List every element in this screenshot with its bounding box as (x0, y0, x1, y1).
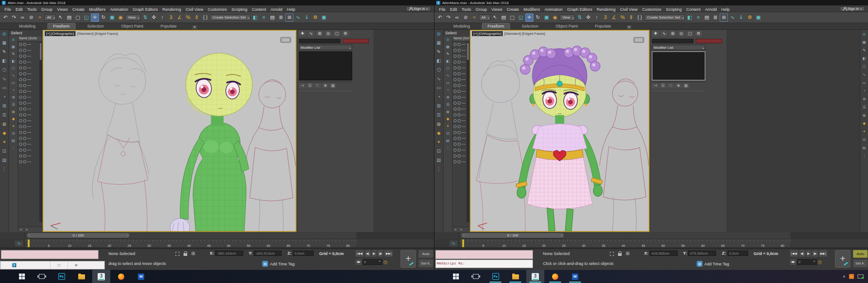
z-coordinate-field[interactable]: 0,0cm (293, 251, 314, 256)
explorer-scrollbar[interactable] (467, 42, 469, 222)
freeze-toggle-icon[interactable] (458, 78, 461, 81)
ribbon-tab[interactable]: Object Paint (116, 23, 149, 29)
use-pivot-point-icon[interactable]: ⇅ (576, 14, 584, 22)
grid-tool-icon[interactable]: ▦ (11, 44, 16, 50)
modify-tab-icon[interactable]: ∿ (307, 31, 315, 37)
menu-item[interactable]: File (2, 7, 14, 12)
curve-editor-icon[interactable]: ∿ (294, 14, 302, 22)
cube-tool-icon[interactable]: ⊡ (862, 137, 867, 143)
cube-tool-icon[interactable]: ⊡ (1, 148, 8, 154)
java-tray-icon[interactable]: ≈ (849, 274, 854, 279)
hide-toggle-icon[interactable] (453, 137, 457, 140)
menu-item[interactable]: Views (55, 7, 70, 12)
remove-modifier-icon[interactable]: ⊗ (675, 83, 682, 88)
freeze-toggle-icon[interactable] (458, 96, 461, 99)
polydraw-icon[interactable]: ⬡ (1, 67, 8, 73)
hide-toggle-icon[interactable] (453, 107, 457, 111)
z-coordinate-field[interactable]: 0,0cm (727, 251, 748, 256)
hide-toggle-icon[interactable] (19, 60, 22, 64)
playhead-marker[interactable] (28, 239, 30, 247)
draw-tool-icon[interactable]: ✎ (11, 51, 16, 57)
hide-toggle-icon[interactable] (19, 66, 22, 70)
bind-to-spacewarp-icon[interactable]: ≈ (36, 14, 44, 22)
display-tray-icon[interactable] (858, 274, 863, 278)
select-and-rotate-icon[interactable]: ↻ (534, 14, 542, 22)
list-tool-icon[interactable]: ☰ (436, 112, 442, 118)
hide-toggle-icon[interactable] (19, 119, 22, 122)
hide-toggle-icon[interactable] (19, 78, 22, 81)
menu-item[interactable]: Animation (108, 7, 130, 12)
scene-object-row[interactable] (18, 88, 42, 94)
remove-modifier-icon[interactable]: ⊗ (322, 83, 329, 88)
next-frame-button[interactable]: |▶ (812, 250, 818, 257)
select-and-link-icon[interactable]: ∞ (19, 14, 27, 22)
freeze-toggle-icon[interactable] (458, 66, 461, 70)
layers-tool-icon[interactable]: ▤ (436, 157, 442, 163)
freeze-toggle-icon[interactable] (23, 90, 26, 93)
freeze-toggle-icon[interactable] (23, 49, 26, 52)
hide-toggle-icon[interactable] (19, 96, 22, 99)
render-setup-icon[interactable]: ⚙ (745, 14, 754, 22)
hide-toggle-icon[interactable] (19, 143, 22, 146)
select-and-scale-icon[interactable]: ▣ (542, 14, 551, 22)
more-tools-icon[interactable]: ⋮ (445, 145, 451, 151)
menu-item[interactable]: Civil View (184, 7, 206, 12)
current-frame-spinner[interactable]: 0 (363, 259, 382, 265)
display-tab-icon[interactable]: ▢ (333, 31, 340, 37)
mini-curve-editor-icon[interactable]: ∿ (15, 241, 23, 246)
hide-toggle-icon[interactable] (19, 72, 22, 75)
make-unique-icon[interactable]: ∷ (667, 83, 674, 88)
set-key-mode-button[interactable]: Set K. (853, 260, 868, 267)
viewport-label[interactable]: [+] [Orthographic][Standard] [Edged Face… (45, 32, 118, 36)
grid-tool-icon[interactable]: ▦ (436, 40, 442, 46)
ribbon-tab[interactable]: Selection (82, 23, 109, 29)
mirror-icon[interactable]: ◧ (251, 14, 259, 22)
box-tool-icon[interactable]: ⊞ (436, 103, 442, 109)
paint-deform-icon[interactable]: ◧ (862, 56, 867, 61)
panel-tool-icon[interactable]: ▭ (11, 80, 16, 86)
menu-item[interactable]: Customize (205, 7, 229, 12)
cube-tool-icon[interactable]: ⊡ (11, 131, 16, 136)
hide-toggle-icon[interactable] (19, 84, 22, 87)
menu-item[interactable]: Views (489, 7, 505, 12)
photoshop-taskbar-button[interactable]: Ps (52, 270, 71, 283)
star-tool-icon[interactable]: ✦ (1, 139, 8, 145)
freeze-toggle-icon[interactable] (458, 131, 461, 134)
angle-snap-icon[interactable]: ∠ (175, 14, 184, 22)
hide-toggle-icon[interactable] (19, 113, 22, 116)
scene-object-row[interactable] (18, 42, 42, 47)
sphere-tool-icon[interactable]: ◔ (1, 94, 8, 100)
hide-toggle-icon[interactable] (453, 72, 457, 75)
pin-stack-icon[interactable]: ⊣ (652, 83, 659, 88)
toggle-scene-explorer-icon[interactable]: ⊞ (285, 14, 293, 22)
sphere-tool-icon[interactable]: ◔ (11, 88, 16, 93)
start-button[interactable] (447, 270, 465, 283)
select-and-place-icon[interactable]: ◉ (117, 14, 125, 22)
freeze-toggle-icon[interactable] (23, 43, 26, 46)
auto-key-button[interactable]: Auto (419, 250, 433, 258)
select-object-icon[interactable]: ↖ (57, 14, 65, 22)
selection-region-icon[interactable] (175, 252, 179, 256)
start-button[interactable] (13, 270, 31, 283)
hide-toggle-icon[interactable] (453, 66, 457, 70)
hide-toggle-icon[interactable] (453, 90, 457, 93)
menu-item[interactable]: Civil View (618, 7, 640, 12)
configure-modifier-sets-icon[interactable]: ▥ (330, 83, 336, 88)
list-tool-icon[interactable]: ☰ (445, 102, 451, 107)
pager-next-button[interactable]: > (26, 228, 28, 232)
show-end-result-icon[interactable]: ☷ (307, 83, 313, 88)
box-tool-icon[interactable]: ⊞ (445, 95, 451, 100)
snaps-toggle-icon[interactable]: 3 (167, 14, 175, 22)
y-coordinate-field[interactable]: 975,965cm (688, 251, 716, 256)
ribbon-config-icon[interactable]: ◎ (1, 31, 8, 37)
hide-toggle-icon[interactable] (453, 55, 457, 58)
scene-object-row[interactable] (18, 135, 42, 141)
spinner-snap-icon[interactable]: ⇕ (627, 14, 635, 22)
hide-toggle-icon[interactable] (19, 49, 22, 52)
spinner-snap-icon[interactable]: ⇕ (193, 14, 201, 22)
teapot-icon[interactable]: ◆ (11, 116, 16, 122)
scene-object-row[interactable] (18, 124, 42, 130)
add-time-tag[interactable]: ◍ Add Time Tag (697, 261, 729, 267)
freeze-toggle-icon[interactable] (458, 107, 461, 111)
paint-deform-icon[interactable]: ◧ (445, 59, 451, 64)
